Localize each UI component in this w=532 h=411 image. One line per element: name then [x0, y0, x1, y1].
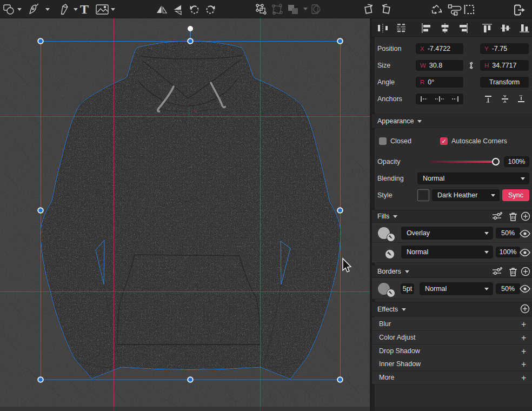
svg-text:2.02: 2.02: [191, 109, 197, 112]
svg-text:T: T: [80, 2, 89, 16]
